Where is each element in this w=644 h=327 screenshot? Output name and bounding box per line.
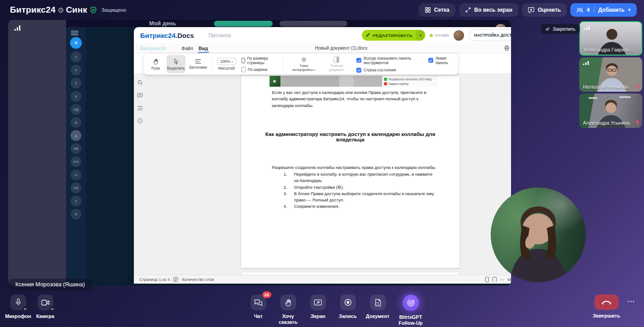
sidebar-item[interactable]: С	[71, 196, 81, 206]
end-call-button[interactable]	[594, 294, 619, 310]
checkbox-always-toolbar[interactable]: Всегда показывать панель инструментов	[356, 56, 422, 65]
dark-document-tool: Темный документ	[322, 55, 351, 73]
close-panel-button[interactable]: ✕	[70, 37, 82, 49]
outline-icon[interactable]	[137, 106, 143, 111]
product-text: Синк	[66, 5, 87, 15]
sun-icon	[301, 56, 307, 63]
more-options-button[interactable]: •••	[628, 299, 635, 304]
dark-doc-icon	[334, 56, 339, 63]
docs-header: Битрикс24.Docs Просмотр РЕДАКТИРОВАТЬ ▾ …	[134, 27, 511, 43]
view-mode-label: Просмотр	[208, 33, 231, 38]
checkbox-left-panel[interactable]: Левая панель	[428, 56, 454, 65]
access-settings-button[interactable]: НАСТРОЙКА ДОСТУПА∨	[469, 29, 511, 41]
document-canvas[interactable]: Разработка логотипа ООО Мед··· Задачи гр…	[134, 73, 511, 275]
muted-mic-icon	[635, 84, 640, 89]
self-video-circle[interactable]	[491, 187, 586, 282]
participants-add-button[interactable]: 4 Добавить +	[570, 3, 637, 17]
participant-tile[interactable]: Наташа Штенникова	[579, 57, 642, 92]
hand-tool[interactable]: Рука	[147, 55, 164, 73]
docs-titlebar: Битрикс24 Файл Вид Новый документ (1).do…	[134, 43, 511, 53]
participants-column: Александра Гаврило... Наташа Штенникова …	[579, 21, 642, 128]
select-tool[interactable]: Выделить	[166, 55, 185, 73]
cursor-icon	[173, 58, 179, 65]
signal-icon	[584, 26, 590, 30]
microphone-button[interactable]	[10, 294, 26, 310]
checkbox-checked-icon	[356, 68, 361, 73]
shared-teal-button	[214, 21, 273, 27]
brand-text: Битрикс24	[10, 5, 56, 15]
screen-share-button[interactable]	[310, 294, 326, 310]
print-icon[interactable]	[504, 45, 510, 51]
docs-viewer-window: Битрикс24.Docs Просмотр РЕДАКТИРОВАТЬ ▾ …	[134, 27, 511, 284]
sidebar-item[interactable]: РВ	[71, 182, 81, 193]
theme-tool[interactable]: Тема интерфейса ▾	[288, 55, 319, 73]
call-actions: 25 Чат Хочу сказать Экран Запись Докумен…	[245, 294, 427, 326]
sidebar-item[interactable]: К	[71, 209, 81, 220]
raise-hand-button[interactable]	[280, 294, 296, 310]
fullscreen-button[interactable]: Во весь экран	[459, 3, 518, 17]
shared-gray-button	[279, 21, 347, 27]
edit-dropdown-arrow[interactable]: ▾	[416, 30, 425, 41]
device-controls: Микрофон Камера	[5, 294, 59, 319]
grid-view-button[interactable]: Сетка	[419, 3, 455, 17]
embed-task-panel: Разработка логотипа ООО Мед··· Задачи гр…	[382, 76, 438, 87]
word-count-label[interactable]: Количество слов	[182, 277, 213, 282]
hangup-phone-icon	[601, 300, 611, 304]
page-indicator[interactable]: Страница 1 из 4	[139, 277, 170, 282]
app-logo: Битрикс24 Синк Защищено	[10, 5, 126, 15]
sidebar-item[interactable]: D	[71, 117, 81, 128]
hamburger-icon	[71, 31, 78, 35]
fit-width-option[interactable]: По ширине	[242, 67, 279, 72]
sidebar-item-active[interactable]: Д	[71, 130, 81, 141]
sidebar-item[interactable]: РО	[71, 156, 81, 167]
document-button[interactable]	[370, 294, 386, 310]
sidebar-item[interactable]: З	[71, 78, 81, 89]
menu-view[interactable]: Вид	[196, 44, 211, 52]
headings-tool[interactable]: Заголовки	[188, 55, 208, 73]
menu-file[interactable]: Файл	[179, 44, 196, 52]
sidebar-item[interactable]: Л	[71, 65, 81, 75]
watermark-logo: Битрикс24	[140, 46, 166, 51]
pin-button[interactable]: Закрепить	[541, 24, 580, 34]
raised-hand-icon	[284, 299, 292, 307]
edit-button[interactable]: РЕДАКТИРОВАТЬ ▾	[362, 30, 425, 41]
chat-unread-badge: 25	[262, 291, 271, 298]
people-icon	[576, 7, 583, 13]
collaborator-avatar[interactable]	[454, 30, 464, 41]
sidebar-item[interactable]: К	[71, 91, 81, 102]
bookmark-page-icon[interactable]	[492, 277, 497, 282]
shield-icon	[90, 6, 97, 14]
sidebar-item[interactable]: ОД	[71, 104, 81, 115]
doc-paragraph: Разрешите создателю коллабы настраивать …	[241, 164, 459, 171]
shared-app-sidebar: ✕ С Л З К ОД D Д РВ РО О РВ С К	[66, 27, 86, 285]
comments-icon[interactable]	[137, 93, 143, 98]
screen-share-tile[interactable]: Мой день ✕ С Л З К ОД D Д РВ РО О РВ С К	[8, 20, 511, 285]
camera-button[interactable]	[38, 294, 53, 310]
sidebar-item[interactable]: О	[71, 169, 81, 180]
camera-options-chevron[interactable]	[49, 306, 55, 312]
sidebar-item[interactable]: РВ	[71, 143, 81, 154]
record-button[interactable]	[340, 294, 356, 310]
sidebar-item[interactable]: С	[71, 51, 81, 62]
doc-search-icon[interactable]	[137, 79, 143, 85]
task-alert-icon	[384, 82, 387, 85]
zoom-out-button[interactable]: —	[500, 277, 504, 282]
mobile-view-icon[interactable]	[485, 277, 489, 282]
headings-icon	[195, 59, 201, 64]
rate-button[interactable]: Оценить	[522, 3, 567, 17]
word-count-icon	[173, 277, 178, 282]
fit-page-option[interactable]: По размеру страницы	[242, 56, 279, 65]
doc-heading: Как администратору настроить доступ к ка…	[241, 131, 459, 142]
bitrixgpt-button[interactable]	[402, 294, 419, 311]
zoom-control[interactable]: 100%▾ Масштаб	[217, 58, 236, 70]
participant-tile[interactable]: Александра Гаврило...	[579, 21, 642, 56]
signal-icon	[583, 61, 589, 65]
online-dot	[430, 34, 433, 37]
pin-icon	[545, 27, 550, 31]
checkbox-status-bar[interactable]: Строка состояния	[356, 68, 396, 73]
participant-tile[interactable]: Александра Усынина	[579, 93, 642, 128]
mic-options-chevron[interactable]	[22, 306, 28, 312]
info-icon[interactable]	[137, 118, 143, 124]
chat-button[interactable]: 25	[251, 294, 266, 310]
docs-statusbar: Страница 1 из 4 Количество слов — Масшта…	[134, 275, 511, 284]
